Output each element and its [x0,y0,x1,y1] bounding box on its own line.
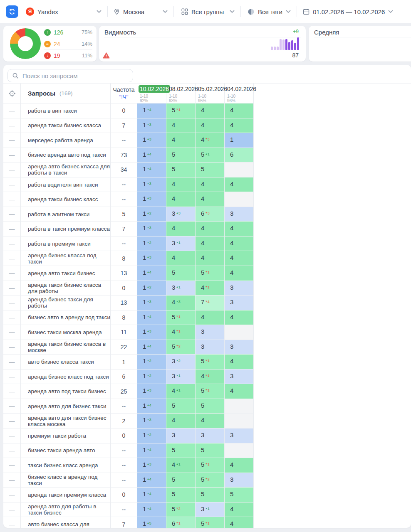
table-row[interactable]: —аренда авто для бизнес такси--1▲455 [3,399,411,414]
query-cell[interactable]: бизнес такси москва аренда [21,325,111,340]
query-cell[interactable]: аренда бизнес класс под такси [21,369,111,384]
table-row[interactable]: —работа водителя вип такси--1▲3444 [3,177,411,192]
table-row[interactable]: —аренда такси премиум класса01▲4555 [3,488,411,502]
query-cell[interactable]: бизнес класс в аренду под такси [21,473,111,488]
table-row[interactable]: —авто бизнес класса для71▲56▼15▼14 [3,517,411,528]
groups-select[interactable]: Все группы [181,8,235,15]
query-cell[interactable]: аренда такси бизнес класса [21,118,111,133]
row-drag-handle[interactable]: — [3,281,21,296]
query-cell[interactable]: аренда авто такси бизнес [21,266,111,281]
table-row[interactable]: —аренда такси бизнес класса71▲3444 [3,118,411,133]
query-cell[interactable]: работа в вип такси [21,103,111,118]
row-drag-handle[interactable]: — [3,443,21,458]
row-drag-handle[interactable]: — [3,355,21,369]
date-column-header[interactable]: 10.02.20261-1092% [137,84,166,103]
query-cell[interactable]: авто бизнес класса для [21,517,111,528]
row-drag-handle[interactable]: — [3,340,21,355]
query-cell[interactable]: мерседес работа аренда [21,133,111,148]
table-row[interactable]: —бизнес класс в аренду под такси--1▲455▼… [3,473,411,488]
row-drag-handle[interactable]: — [3,369,21,384]
row-drag-handle[interactable]: — [3,236,21,251]
search-engine-select[interactable]: Я Yandex [26,7,102,16]
refresh-button[interactable] [6,5,18,18]
query-cell[interactable]: аренда авто бизнес класса для работы в т… [21,163,111,177]
row-drag-handle[interactable]: — [3,325,21,340]
query-cell[interactable]: авто бизнес класса такси [21,355,111,369]
date-column-header[interactable]: 04.02.20261-1096% [225,84,254,103]
table-row[interactable]: —аренда бизнес такси для работы131▲34▲37… [3,296,411,310]
table-row[interactable]: —аренда такси бизнес класса для работы01… [3,281,411,296]
query-cell[interactable]: работа в такси премиум класса [21,222,111,236]
query-cell[interactable]: премиум такси работа [21,429,111,443]
table-row[interactable]: —работа в премиум такси--1▲23▲144 [3,236,411,251]
row-drag-handle[interactable]: — [3,103,21,118]
table-row[interactable]: —аренда такси бизнес класса в москве221▲… [3,340,411,355]
query-cell[interactable]: бизнес аренда авто под такси [21,148,111,163]
query-cell[interactable]: аренда такси бизнес класс [21,192,111,207]
row-drag-handle[interactable]: — [3,473,21,488]
row-drag-handle[interactable]: — [3,488,21,502]
query-cell[interactable]: аренда бизнес такси для работы [21,296,111,310]
query-cell[interactable]: такси бизнес класс аренда [21,458,111,473]
table-row[interactable]: —аренда бизнес класс под такси61▲23▲14▼1… [3,369,411,384]
row-drag-handle[interactable]: — [3,177,21,192]
visibility-card[interactable]: Видимость +9 87 [99,26,306,62]
query-cell[interactable]: работа водителя вип такси [21,177,111,192]
table-row[interactable]: —авто бизнес класса такси11▲23▲25▼14 [3,355,411,369]
query-cell[interactable]: работа в элитном такси [21,207,111,222]
query-cell[interactable]: бизнес авто в аренду под такси [21,310,111,325]
query-cell[interactable]: аренда такси бизнес класса в москве [21,340,111,355]
table-row[interactable]: —аренда авто для такси бизнес класса мос… [3,414,411,429]
row-drag-handle[interactable]: — [3,310,21,325]
date-column-header[interactable]: 08.02.20261-1093% [166,84,196,103]
row-drag-handle[interactable]: — [3,148,21,163]
row-drag-handle[interactable]: — [3,458,21,473]
row-drag-handle[interactable]: — [3,192,21,207]
table-row[interactable]: —аренда авто под такси бизнес251▲34▲15▼1… [3,384,411,399]
select-all-target[interactable] [3,84,21,103]
query-cell[interactable]: бизнес такси аренда авто [21,443,111,458]
tags-select[interactable]: Все теги [248,8,291,15]
query-cell[interactable]: аренда авто под такси бизнес [21,384,111,399]
row-drag-handle[interactable]: — [3,384,21,399]
row-drag-handle[interactable]: — [3,207,21,222]
row-drag-handle[interactable]: — [3,502,21,517]
search-input[interactable] [22,72,133,80]
row-drag-handle[interactable]: — [3,251,21,266]
row-drag-handle[interactable]: — [3,222,21,236]
table-row[interactable]: —аренда авто бизнес класса для работы в … [3,163,411,177]
row-drag-handle[interactable]: — [3,133,21,148]
query-cell[interactable]: аренда такси премиум класса [21,488,111,502]
date-range-picker[interactable]: 01.02.2026 — 10.02.2026 [303,8,384,15]
table-row[interactable]: —бизнес авто в аренду под такси81▲45▼144 [3,310,411,325]
row-drag-handle[interactable]: — [3,163,21,177]
row-drag-handle[interactable]: — [3,414,21,429]
query-cell[interactable]: работа в премиум такси [21,236,111,251]
table-row[interactable]: —премиум такси работа01▲2333 [3,429,411,443]
row-drag-handle[interactable]: — [3,266,21,281]
row-drag-handle[interactable]: — [3,399,21,414]
table-row[interactable]: —работа в такси премиум класса71▲3444 [3,222,411,236]
table-row[interactable]: —бизнес аренда авто под такси731▲455▲16 [3,148,411,163]
row-drag-handle[interactable]: — [3,296,21,310]
query-cell[interactable]: аренда такси бизнес класса для работы [21,281,111,296]
table-row[interactable]: —бизнес такси аренда авто--1▲455 [3,443,411,458]
table-row[interactable]: —аренда авто для работы в такси бизнес--… [3,502,411,517]
date-column-header[interactable]: 05.02.20261-1095% [196,84,225,103]
table-row[interactable]: —аренда такси бизнес класс--1▲344 [3,192,411,207]
queries-header[interactable]: Запросы (169) [21,84,111,103]
table-row[interactable]: —аренда бизнес класса под такси81▲3444 [3,251,411,266]
frequency-header[interactable]: Частота "!Ч" [111,84,137,103]
query-cell[interactable]: аренда бизнес класса под такси [21,251,111,266]
row-drag-handle[interactable]: — [3,517,21,528]
search-box[interactable] [7,69,133,82]
table-row[interactable]: —бизнес такси москва аренда111▲34▼13 [3,325,411,340]
query-cell[interactable]: аренда авто для бизнес такси [21,399,111,414]
average-card[interactable]: Средняя [309,26,411,62]
table-row[interactable]: —аренда авто такси бизнес131▲455▼14 [3,266,411,281]
table-row[interactable]: —работа в элитном такси51▲23▲36▼33 [3,207,411,222]
row-drag-handle[interactable]: — [3,118,21,133]
row-drag-handle[interactable]: — [3,429,21,443]
table-row[interactable]: —мерседес работа аренда--1▲344▼31 [3,133,411,148]
table-row[interactable]: —работа в вип такси01▲45▼144 [3,103,411,118]
